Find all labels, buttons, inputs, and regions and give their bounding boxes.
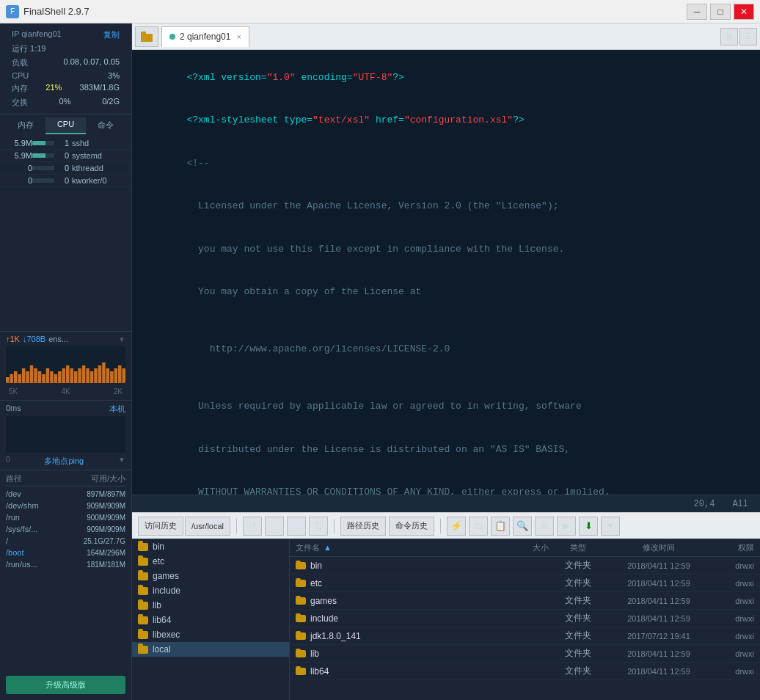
sync-button[interactable]: ⇅ <box>309 517 328 536</box>
folder-icon <box>138 616 148 624</box>
tab-close[interactable]: × <box>236 32 241 41</box>
net-chart <box>6 346 125 383</box>
folder-icon <box>138 572 148 580</box>
tab-mem[interactable]: 内存 <box>6 117 45 134</box>
disk-size: 909M/909M <box>87 525 125 533</box>
minimize-button[interactable]: ─ <box>687 4 707 20</box>
file-tree-item[interactable]: bin <box>132 539 289 554</box>
file-tree-item[interactable]: lib64 <box>132 613 289 627</box>
proc-name: kthreadd <box>69 164 128 172</box>
copy-button[interactable]: 复制 <box>103 29 120 40</box>
process-table: 5.9M 1 sshd 5.9M 0 systemd 0 0 kthreadd … <box>0 137 131 331</box>
net-monitor: ↑1K ↓708B ens... ▼ 5K 4K 2K <box>0 331 131 400</box>
sidebar-header: IP qianfeng01 复制 运行 1:19 负载 0.08, 0.07, … <box>0 23 131 114</box>
file-date: 2018/04/11 12:59 <box>607 614 710 623</box>
col-date[interactable]: 修改时间 <box>607 542 710 553</box>
settings-button[interactable]: ⚙ <box>535 517 554 536</box>
path-button[interactable]: /usr/local <box>185 517 230 536</box>
disk-row: /run/us... 181M/181M <box>6 558 125 570</box>
tab-dot <box>169 34 175 40</box>
file-list-row[interactable]: lib64 文件夹 2018/04/11 12:59 drwxi <box>290 663 760 680</box>
swap-pct: 0% <box>59 97 71 108</box>
load-value: 0.08, 0.07, 0.05 <box>64 57 120 68</box>
download-button[interactable]: ↓ <box>287 517 306 536</box>
disk-size: 164M/296M <box>87 549 125 557</box>
cmd-history-button[interactable]: 命令历史 <box>389 517 434 536</box>
folder-tab-button[interactable] <box>135 26 158 47</box>
file-list-row[interactable]: etc 文件夹 2018/04/11 12:59 drwxi <box>290 575 760 592</box>
file-list-row[interactable]: include 文件夹 2018/04/11 12:59 drwxi <box>290 610 760 627</box>
file-type: 文件夹 <box>549 647 607 660</box>
term-line-3: <!-- <box>141 142 751 185</box>
close-button[interactable]: ✕ <box>734 4 754 20</box>
arrow-button[interactable]: ▶ <box>557 517 576 536</box>
file-list-row[interactable]: bin 文件夹 2018/04/11 12:59 drwxi <box>290 557 760 575</box>
disk-path: /run/us... <box>6 560 54 569</box>
disk-size: 909M/909M <box>87 502 125 510</box>
search-button[interactable]: 🔍 <box>513 517 532 536</box>
mem-row: 内存 21% 383M/1.8G <box>6 81 125 95</box>
grid-view-button[interactable]: ⊞ <box>720 28 738 45</box>
col-size[interactable]: 大小 <box>490 542 549 553</box>
file-list-row[interactable]: jdk1.8.0_141 文件夹 2017/07/12 19:41 drwxi <box>290 627 760 645</box>
file-rows: bin 文件夹 2018/04/11 12:59 drwxi etc 文件夹 2… <box>290 557 760 680</box>
col-type[interactable]: 类型 <box>549 542 607 553</box>
lightning-button[interactable]: ⚡ <box>447 517 466 536</box>
file-date: 2018/04/11 12:59 <box>607 579 710 588</box>
swap-row: 交换 0% 0/2G <box>6 95 125 109</box>
down-arrow-button[interactable]: ⬇ <box>579 517 598 536</box>
path-history-button[interactable]: 路径历史 <box>340 517 386 536</box>
disk-col-path: 路径 <box>6 473 22 484</box>
term-line-url: http://www.apache.org/licenses/LICENSE-2… <box>141 328 751 371</box>
tab-cmd[interactable]: 命令 <box>86 117 125 134</box>
file-date: 2018/04/11 12:59 <box>607 597 710 605</box>
tab-qianfeng01[interactable]: 2 qianfeng01 × <box>161 26 249 47</box>
disk-path: /sys/fs/... <box>6 525 54 533</box>
disk-size: 181M/181M <box>87 561 125 569</box>
file-list-row[interactable]: games 文件夹 2018/04/11 12:59 drwxi <box>290 592 760 610</box>
proc-cpu: 0 <box>54 176 69 185</box>
file-name: include <box>310 613 490 624</box>
file-folder-icon <box>296 580 306 587</box>
proc-mem: 0 <box>3 164 32 172</box>
copy2-button[interactable]: ⧉ <box>469 517 488 536</box>
proc-mem: 5.9M <box>3 151 32 160</box>
visit-history-button[interactable]: 访问历史 <box>138 517 183 536</box>
net-expand[interactable]: ▼ <box>118 335 125 343</box>
mem-label: 内存 <box>12 83 28 94</box>
file-tree-item[interactable]: games <box>132 569 289 583</box>
file-list-row[interactable]: lib 文件夹 2018/04/11 12:59 drwxi <box>290 645 760 663</box>
term-line-blank1 <box>141 313 751 328</box>
upgrade-button[interactable]: 升级高级版 <box>6 676 125 694</box>
tree-item-label: lib <box>153 600 161 610</box>
col-filename[interactable]: 文件名 ▲ <box>296 542 490 553</box>
ping-expand-icon[interactable]: ▼ <box>118 456 125 467</box>
file-tree-item[interactable]: lib <box>132 598 289 613</box>
menu-view-button[interactable]: ☰ <box>739 28 757 45</box>
file-tree-item[interactable]: libexec <box>132 627 289 642</box>
folder-icon <box>138 602 148 610</box>
file-tree: binetcgamesincludeliblib64libexeclocal <box>132 539 290 700</box>
file-date: 2018/04/11 12:59 <box>607 561 710 570</box>
load-row: 负载 0.08, 0.07, 0.05 <box>6 56 125 70</box>
ping-label: 0ms <box>6 404 21 415</box>
right-content: 2 qianfeng01 × ⊞ ☰ <?xml version="1.0" e… <box>132 23 760 700</box>
multi-ping-btn[interactable]: 多地点ping <box>44 456 84 467</box>
maximize-button[interactable]: □ <box>710 4 731 20</box>
file-tree-item[interactable]: etc <box>132 554 289 569</box>
terminal[interactable]: <?xml version="1.0" encoding="UTF-8"?> <… <box>132 50 760 495</box>
paste-button[interactable]: 📋 <box>491 517 510 536</box>
net-iface: ens... <box>48 335 68 343</box>
refresh-button[interactable]: ↺ <box>243 517 262 536</box>
terminal-status-bar: 20,4 All <box>132 495 760 512</box>
ping-right: 本机 <box>109 404 125 415</box>
tab-cpu[interactable]: CPU <box>45 117 85 134</box>
ip-label: IP qianfeng01 <box>12 29 62 40</box>
file-tree-item[interactable]: include <box>132 583 289 598</box>
more-button[interactable]: ▼ <box>601 517 620 536</box>
col-perm[interactable]: 权限 <box>710 542 754 553</box>
file-tree-item[interactable]: local <box>132 642 289 657</box>
mem-pct: 21% <box>45 83 62 94</box>
upload-button[interactable]: ↑ <box>265 517 284 536</box>
file-perm: drwxi <box>710 614 754 623</box>
